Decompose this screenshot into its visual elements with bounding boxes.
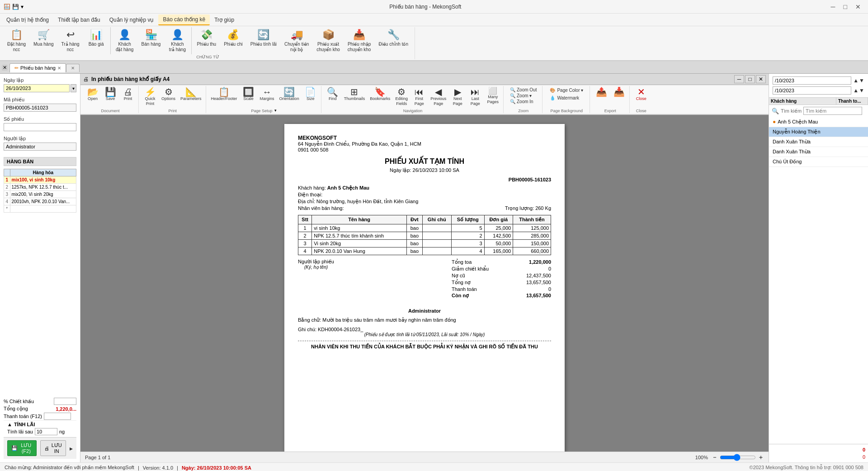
btn-khach-tra-hang[interactable]: 👤Kháchtrả hàng bbox=[165, 27, 190, 54]
menu-thiet-lap[interactable]: Thiết lập ban đầu bbox=[53, 15, 105, 25]
btn-phieu-tinh-lai[interactable]: 🔄Phiếu tính lãi bbox=[247, 27, 280, 54]
date-from-down[interactable]: ▼ bbox=[859, 77, 864, 84]
table-row-new[interactable]: * bbox=[4, 205, 76, 213]
minimize-button[interactable]: ─ bbox=[827, 2, 839, 11]
customer-item-5[interactable]: Chú Út Đồng bbox=[769, 157, 868, 167]
tab-empty[interactable]: ✕ bbox=[66, 64, 80, 72]
btn-first-page[interactable]: ⏮FirstPage bbox=[410, 86, 428, 108]
thanh-toan-input[interactable] bbox=[44, 413, 71, 420]
btn-next-page[interactable]: ▶NextPage bbox=[449, 86, 466, 108]
tab-close-icon-2[interactable]: ✕ bbox=[71, 66, 75, 71]
btn-export-1[interactable]: 📤 bbox=[593, 86, 610, 98]
btn-dat-hang-ncc[interactable]: 📋Đặt hàngncc bbox=[4, 27, 29, 54]
customer-item-1[interactable]: ● Anh 5 Chệch Mau bbox=[769, 117, 868, 127]
btn-bao-gia[interactable]: 📊Báo giá bbox=[84, 27, 109, 54]
date-from-input[interactable] bbox=[773, 76, 851, 85]
label-ma-phieu: Mã phiếu bbox=[4, 97, 76, 103]
ngay-lap-dropdown[interactable]: ▾ bbox=[71, 84, 76, 92]
btn-phieu-xuat[interactable]: 📦Phiếu xuấtchuyển kho bbox=[313, 27, 344, 54]
btn-find[interactable]: 🔍Find bbox=[324, 86, 341, 103]
btn-mua-hang[interactable]: 🛒Mua hàng bbox=[30, 27, 57, 54]
table-row[interactable]: 1 mix100, vi sinh 10kg bbox=[4, 176, 76, 184]
date-from-up[interactable]: ▲ bbox=[853, 77, 859, 84]
btn-open[interactable]: 📂Open bbox=[84, 86, 101, 103]
zoom-minus[interactable]: － bbox=[712, 453, 718, 461]
btn-quick-print[interactable]: ⚡QuickPrint bbox=[142, 86, 159, 108]
btn-header-footer[interactable]: 📋Header/Footer bbox=[209, 86, 240, 103]
btn-prev-page[interactable]: ◀PreviousPage bbox=[428, 86, 448, 108]
extra-btn-icon[interactable]: ▸ bbox=[70, 445, 73, 452]
page-setup-arrow[interactable]: ▾ bbox=[274, 108, 277, 113]
dialog-maximize[interactable]: □ bbox=[745, 75, 755, 83]
table-row[interactable]: 3 mix200, Vi sinh 20kg bbox=[4, 191, 76, 198]
input-ngay-lap[interactable] bbox=[4, 84, 70, 92]
btn-phieu-nhap[interactable]: 📥Phiếu nhậpchuyển kho bbox=[344, 27, 375, 54]
btn-thumbnails[interactable]: ⊞Thumbnails bbox=[342, 86, 368, 103]
btn-khach-dat-hang[interactable]: 👤Kháchđặt hàng bbox=[112, 27, 137, 54]
input-so-phieu[interactable] bbox=[4, 123, 76, 131]
close-button[interactable]: ✕ bbox=[852, 2, 864, 11]
btn-bookmarks[interactable]: 🔖Bookmarks bbox=[368, 86, 392, 103]
zoom-plus[interactable]: ＋ bbox=[758, 453, 764, 461]
btn-zoom-in[interactable]: 🔍 Zoom In bbox=[508, 99, 538, 105]
table-row[interactable]: 2 1257ks, NPK 12.5.7 thúc t... bbox=[4, 184, 76, 191]
btn-export-2[interactable]: 📥 bbox=[610, 86, 627, 98]
zoom-slider[interactable] bbox=[720, 454, 756, 461]
btn-save[interactable]: 💾Save bbox=[102, 86, 119, 103]
search-input[interactable] bbox=[803, 107, 862, 115]
btn-dieu-chinh-ton[interactable]: 🔧Điều chỉnh tồn bbox=[375, 27, 412, 54]
menu-quan-tri[interactable]: Quản trị hệ thống bbox=[2, 15, 53, 25]
btn-close-preview[interactable]: ✕ Close bbox=[632, 86, 650, 103]
ribbon-group-export: 📤 📥 Export bbox=[591, 86, 630, 113]
date-to-input[interactable] bbox=[773, 86, 851, 95]
dien-thoai-row: Điện thoại: bbox=[298, 192, 551, 198]
btn-scale[interactable]: 🔲Scale bbox=[240, 86, 257, 103]
input-ma-phieu[interactable]: PBH00005-161023 bbox=[4, 104, 76, 112]
btn-zoom-out[interactable]: 🔍 Zoom Out bbox=[508, 87, 538, 93]
tab-close-main[interactable]: ✕ bbox=[3, 65, 7, 71]
luu-button[interactable]: 💾 LƯU (F2) bbox=[7, 440, 37, 456]
btn-phieu-chi[interactable]: 💰Phiếu chi bbox=[220, 27, 246, 54]
tab-phieu-ban-hang[interactable]: ✏ Phiếu bán hàng ✕ bbox=[9, 63, 66, 72]
btn-watermark[interactable]: 💧 Watermark bbox=[547, 95, 586, 101]
dialog-minimize[interactable]: ─ bbox=[734, 75, 744, 83]
btn-margins[interactable]: ↔Margins bbox=[258, 86, 277, 103]
btn-zoom[interactable]: 🔍 Zoom ▾ bbox=[508, 93, 538, 99]
quick-access-save[interactable]: 💾 bbox=[12, 4, 19, 10]
date-to-up[interactable]: ▲ bbox=[853, 87, 859, 94]
table-row[interactable]: 4 20010vh, NPK 20.0.10 Van... bbox=[4, 198, 76, 205]
dialog-close[interactable]: ✕ bbox=[756, 75, 766, 83]
menu-quan-ly[interactable]: Quản lý nghiệp vụ bbox=[105, 15, 159, 25]
btn-tra-hang-ncc[interactable]: ↩Trả hàngncc bbox=[58, 27, 83, 54]
btn-size[interactable]: 📄Size bbox=[302, 86, 319, 103]
customer-item-2[interactable]: Nguyễn Hoàng Thiện bbox=[769, 127, 868, 137]
btn-parameters[interactable]: 📐Parameters bbox=[178, 86, 204, 103]
customer-item-4[interactable]: Danh Xuân Thừa bbox=[769, 147, 868, 157]
btn-many-pages[interactable]: ⬜ManyPages bbox=[484, 86, 501, 106]
customer-item-3[interactable]: Danh Xuân Thừa bbox=[769, 137, 868, 147]
maximize-button[interactable]: □ bbox=[840, 2, 851, 11]
btn-chuyen-tien[interactable]: 🚚Chuyển tiềnnội bộ bbox=[281, 27, 312, 54]
btn-page-color[interactable]: 🎨 Page Color ▾ bbox=[547, 87, 586, 94]
tinh-lai-header[interactable]: ▲ TÍNH LÃI bbox=[7, 422, 73, 427]
btn-last-page[interactable]: ⏭LastPage bbox=[467, 86, 484, 108]
btn-phieu-thu[interactable]: 💸Phiếu thu bbox=[193, 27, 220, 54]
luu-in-button[interactable]: 🖨 LƯU IN bbox=[40, 440, 66, 456]
tinh-lai-input[interactable] bbox=[35, 428, 57, 435]
btn-print[interactable]: 🖨Print bbox=[119, 86, 137, 103]
cell-stt: 3 bbox=[298, 239, 312, 247]
chiet-khau-input[interactable] bbox=[54, 398, 76, 405]
btn-orientation[interactable]: 🔄Orientation bbox=[277, 86, 302, 103]
btn-ban-hang[interactable]: 🏪Bán hàng bbox=[138, 27, 165, 54]
date-to-down[interactable]: ▼ bbox=[859, 87, 864, 94]
menu-bao-cao[interactable]: Báo cáo thống kê bbox=[158, 14, 210, 25]
cell-don-gia: 50,000 bbox=[484, 239, 513, 247]
preview-area[interactable]: MEKONGSOFT 64 Nguyễn Đình Chiểu, Phường … bbox=[80, 115, 769, 452]
btn-options[interactable]: ⚙Options bbox=[159, 86, 178, 103]
cell-ten-hang: vi sinh 10kg bbox=[312, 224, 407, 232]
toolbar-sep1 bbox=[110, 27, 111, 54]
input-nguoi-lap[interactable] bbox=[4, 143, 76, 151]
btn-editing-fields[interactable]: ⚙EditingFields bbox=[393, 86, 410, 108]
menu-tro-giup[interactable]: Trợ giúp bbox=[210, 15, 239, 25]
tab-close-icon[interactable]: ✕ bbox=[57, 66, 61, 71]
